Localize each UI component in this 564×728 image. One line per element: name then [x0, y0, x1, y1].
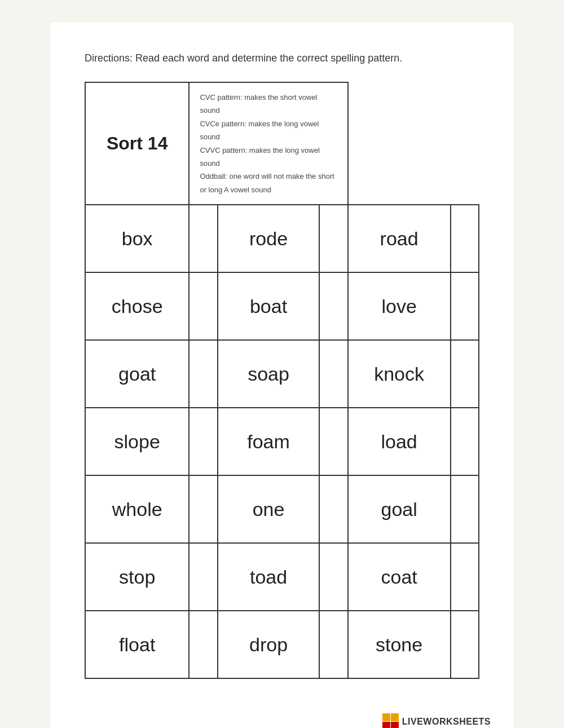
word-cell: coat [348, 543, 451, 611]
word-cell: load [348, 408, 451, 475]
word-cell: drop [218, 611, 319, 678]
word-cell: rode [218, 205, 319, 272]
checkbox-cell [319, 205, 348, 272]
table-row: stop toad coat [85, 543, 479, 611]
pattern-line-2: CVCe pattern: makes the long vowel sound [200, 117, 337, 144]
directions-text: Directions: Read each word and determine… [85, 51, 479, 66]
logo-box-bottom-left [382, 722, 390, 728]
table-row: box rode road [85, 205, 479, 272]
logo-box-top-left [382, 713, 390, 721]
table-row: slope foam load [85, 408, 479, 475]
word-cell: love [348, 272, 451, 340]
checkbox-cell [189, 272, 218, 340]
checkbox-cell [451, 475, 479, 543]
checkbox-cell [319, 543, 348, 611]
checkbox-cell [451, 408, 479, 475]
word-cell: knock [348, 340, 451, 408]
word-cell: soap [218, 340, 319, 408]
word-cell: stone [348, 611, 451, 678]
sort-title: Sort 14 [107, 133, 168, 153]
checkbox-cell [189, 611, 218, 678]
word-cell: stop [85, 543, 189, 611]
checkbox-cell [451, 340, 479, 408]
word-cell: box [85, 205, 189, 272]
checkbox-cell [319, 408, 348, 475]
word-cell: one [218, 475, 319, 543]
pattern-line-4: Oddball: one word will not make the shor… [200, 170, 337, 196]
checkbox-cell [319, 340, 348, 408]
header-row: Sort 14 CVC pattern: makes the short vow… [85, 82, 479, 205]
logo-box-top-right [391, 713, 399, 721]
checkbox-cell [319, 611, 348, 678]
table-row: float drop stone [85, 611, 479, 678]
checkbox-cell [319, 475, 348, 543]
liveworksheets-logo: LIVEWORKSHEETS [382, 713, 491, 728]
checkbox-cell [189, 475, 218, 543]
checkbox-cell [189, 543, 218, 611]
checkbox-cell [451, 543, 479, 611]
pattern-line-3: CVVC pattern: makes the long vowel sound [200, 144, 337, 170]
word-cell: boat [218, 272, 319, 340]
checkbox-cell [451, 205, 479, 272]
logo-box-bottom-right [391, 722, 399, 728]
word-cell: foam [218, 408, 319, 475]
word-cell: chose [85, 272, 189, 340]
logo-icon [382, 713, 399, 728]
table-row: chose boat love [85, 272, 479, 340]
word-cell: goat [85, 340, 189, 408]
main-table: Sort 14 CVC pattern: makes the short vow… [85, 82, 479, 679]
checkbox-cell [451, 611, 479, 678]
checkbox-cell [189, 205, 218, 272]
patterns-cell: CVC pattern: makes the short vowel sound… [189, 82, 347, 205]
word-cell: goal [348, 475, 451, 543]
table-row: goat soap knock [85, 340, 479, 408]
logo-grid [382, 713, 399, 728]
checkbox-cell [451, 272, 479, 340]
word-cell: slope [85, 408, 189, 475]
checkbox-cell [319, 272, 348, 340]
page: Directions: Read each word and determine… [51, 23, 513, 728]
word-cell: float [85, 611, 189, 678]
word-cell: whole [85, 475, 189, 543]
pattern-line-1: CVC pattern: makes the short vowel sound [200, 91, 337, 117]
sort-title-cell: Sort 14 [85, 82, 189, 205]
logo-text: LIVEWORKSHEETS [402, 717, 491, 727]
table-row: whole one goal [85, 475, 479, 543]
word-cell: road [348, 205, 451, 272]
word-cell: toad [218, 543, 319, 611]
checkbox-cell [189, 340, 218, 408]
checkbox-cell [189, 408, 218, 475]
